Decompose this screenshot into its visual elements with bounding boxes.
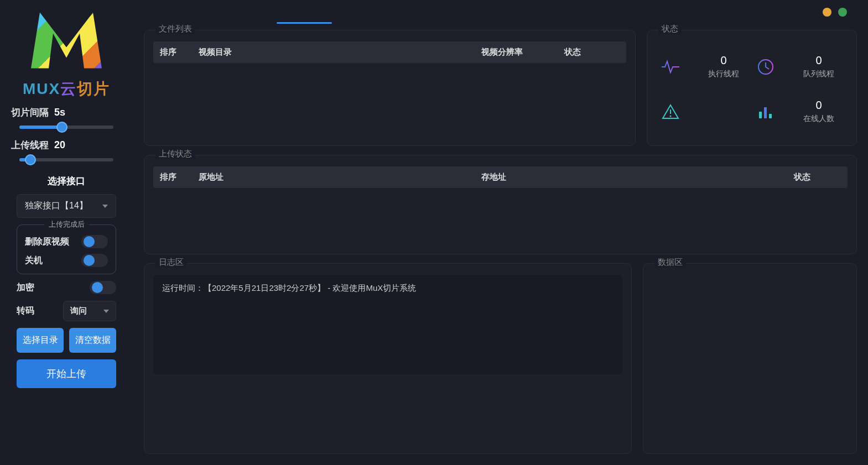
window-controls [823,8,847,17]
main-area: 文件列表 排序 视频目录 视频分辨率 状态 状态 0 执行线程 [133,0,868,465]
slice-interval-row: 切片间隔 5s [11,106,122,119]
bars-icon [755,101,777,123]
upload-threads-row: 上传线程 20 [11,139,122,151]
api-select-value: 独家接口【14】 [25,200,88,212]
status-panel: 状态 0 执行线程 0 队列线程 [647,30,857,146]
select-api-label: 选择接口 [48,175,85,187]
upload-status-title: 上传状态 [155,149,195,159]
upload-status-header: 排序 原地址 存地址 状态 [153,166,848,188]
col-sort: 排序 [160,47,199,58]
active-tab-indicator [277,22,332,24]
col-sort: 排序 [160,172,199,182]
file-list-title: 文件列表 [155,24,195,34]
slice-interval-slider[interactable] [19,126,113,129]
maximize-icon[interactable] [838,8,847,17]
file-list-panel: 文件列表 排序 视频目录 视频分辨率 状态 [144,30,636,146]
queue-threads-value: 0 [793,54,844,67]
encrypt-toggle[interactable] [90,281,116,294]
slice-interval-label: 切片间隔 [11,106,49,119]
delete-origin-toggle[interactable] [81,235,108,248]
upload-threads-slider[interactable] [19,158,113,161]
svg-point-2 [670,115,672,117]
log-content: 运行时间：【2022年5月21日23时2分27秒】 - 欢迎使用MuX切片系统 [153,275,622,374]
exec-threads-label: 执行线程 [698,69,749,79]
file-list-header: 排序 视频目录 视频分辨率 状态 [153,41,626,63]
delete-origin-label: 删除原视频 [25,236,69,248]
upload-threads-value: 20 [54,139,65,151]
shutdown-toggle[interactable] [81,254,108,267]
svg-rect-4 [764,107,767,118]
online-value: 0 [793,99,844,112]
col-state: 状态 [763,172,841,182]
post-upload-header: 上传完成后 [44,220,89,229]
col-video-dir: 视频目录 [199,47,481,58]
col-origin: 原地址 [199,172,481,182]
api-select[interactable]: 独家接口【14】 [17,194,116,218]
slice-interval-value: 5s [54,107,65,118]
online-label: 在线人数 [793,114,844,124]
post-upload-group: 上传完成后 删除原视频 关机 [17,224,116,274]
transcode-value: 询问 [70,306,87,316]
exec-threads-value: 0 [698,54,749,67]
log-title: 日志区 [155,257,187,268]
queue-threads-label: 队列线程 [793,69,844,79]
data-title: 数据区 [654,257,686,268]
transcode-select[interactable]: 询问 [63,301,116,321]
svg-rect-3 [759,112,762,118]
select-dir-button[interactable]: 选择目录 [17,328,64,353]
transcode-label: 转码 [17,305,34,317]
chevron-down-icon [103,310,109,313]
shutdown-label: 关机 [25,255,43,267]
col-state: 状态 [564,47,620,58]
upload-status-panel: 上传状态 排序 原地址 存地址 状态 [144,155,857,254]
clear-data-button[interactable]: 清空数据 [69,328,116,353]
encrypt-label: 加密 [17,282,34,294]
warning-icon [659,101,682,123]
clock-icon [755,56,777,78]
chevron-down-icon [102,205,108,208]
data-panel: 数据区 [643,263,857,454]
upload-threads-label: 上传线程 [11,139,49,151]
svg-rect-5 [769,114,772,118]
status-title: 状态 [658,24,682,34]
log-panel: 日志区 运行时间：【2022年5月21日23时2分27秒】 - 欢迎使用MuX切… [144,263,632,454]
col-save: 存地址 [481,172,764,182]
sidebar: MUX云切片 切片间隔 5s 上传线程 20 选择接口 独家接口【14】 上传完… [0,0,133,465]
minimize-icon[interactable] [823,8,831,17]
logo-m-icon [22,6,111,75]
start-upload-button[interactable]: 开始上传 [17,359,116,388]
app-logo: MUX云切片 [11,6,122,100]
col-resolution: 视频分辨率 [481,47,564,58]
app-title: MUX云切片 [23,79,110,100]
log-line: 运行时间：【2022年5月21日23时2分27秒】 - 欢迎使用MuX切片系统 [162,281,614,295]
activity-icon [659,56,682,78]
